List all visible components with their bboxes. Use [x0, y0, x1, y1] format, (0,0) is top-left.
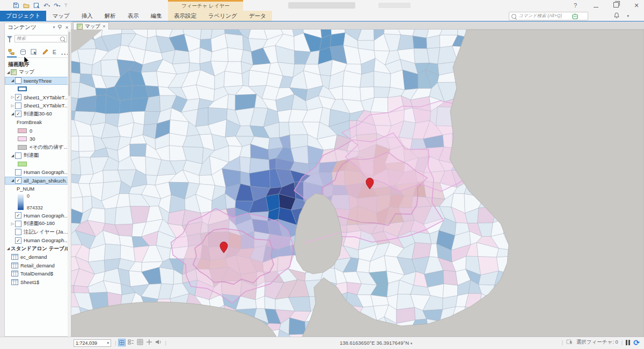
redo-icon[interactable]: ↷▾ [54, 2, 60, 9]
snapping-toggle-icon[interactable] [119, 339, 125, 346]
layer-row-到達圏30-60[interactable]: ◢✓到達圏30-60 [5, 110, 71, 119]
view-tab-strip: マップ × [71, 21, 644, 30]
ribbon-collapse-chevron-icon[interactable]: ▾ [627, 14, 629, 18]
symbol-swatch-row[interactable] [5, 160, 71, 169]
ribbon-tab-表示[interactable]: 表示 [122, 11, 145, 21]
ribbon-tab-編集[interactable]: 編集 [145, 11, 168, 21]
table-row-ec_demand[interactable]: ec_demand [5, 253, 71, 261]
table-row-Sheet1$[interactable]: Sheet1$ [5, 278, 71, 287]
layer-label: Human Geography Label [24, 169, 71, 175]
symbol-swatch[interactable] [18, 86, 27, 91]
layer-visibility-checkbox[interactable]: ✓ [15, 237, 21, 244]
raster-grid-icon[interactable] [137, 339, 143, 346]
map-canvas[interactable] [71, 30, 644, 337]
qat-customize-icon[interactable]: ⊤ [64, 3, 68, 8]
layer-visibility-checkbox[interactable]: ✓ [15, 212, 21, 219]
expander-icon[interactable]: ▷ [10, 222, 15, 226]
symbol-swatch[interactable] [18, 128, 27, 133]
assistant-icon[interactable] [572, 12, 578, 22]
symbol-swatch-row[interactable] [5, 85, 71, 93]
legend-row-30[interactable]: 30 [5, 135, 71, 143]
section-row-スタンドアロン テーブル[interactable]: ◢スタンドアロン テーブル [5, 245, 71, 253]
layer-visibility-checkbox[interactable] [15, 152, 21, 159]
layer-search-input[interactable]: 検索 [14, 35, 67, 42]
layer-visibility-checkbox[interactable]: ✓ [15, 177, 21, 184]
list-by-data-source-icon[interactable] [20, 49, 26, 55]
restore-button[interactable] [613, 2, 619, 9]
title-extra-blurred [378, 3, 411, 8]
crosshair-icon[interactable] [146, 339, 152, 346]
legend-row-0[interactable]: 0 [5, 127, 71, 135]
expander-icon[interactable]: ◢ [10, 154, 15, 158]
contextual-tab-データ[interactable]: データ [243, 11, 272, 21]
list-by-selection-icon[interactable] [31, 49, 38, 55]
close-view-icon[interactable]: × [103, 24, 105, 29]
map-view-tab[interactable]: マップ × [73, 22, 109, 30]
table-row-TotalDemand$[interactable]: TotalDemand$ [5, 270, 71, 278]
expander-icon[interactable]: ◢ [6, 70, 11, 75]
legend-field-FromBreak[interactable]: FromBreak [5, 118, 71, 127]
layer-row-マップ[interactable]: ◢マップ [5, 68, 71, 77]
pane-menu-chevron-icon[interactable]: ▾ [53, 25, 55, 30]
ribbon-tab-挿入[interactable]: 挿入 [76, 11, 99, 21]
list-by-editing-icon[interactable] [42, 49, 48, 55]
color-ramp[interactable]: 0874332 [5, 193, 71, 212]
layer-row-twentyThree[interactable]: ◢twentyThree [5, 77, 71, 85]
layer-row-all_Japan_shikuchoson[interactable]: ◢✓all_Japan_shikuchoson [5, 177, 71, 185]
notifications-bell-icon[interactable] [614, 12, 619, 19]
layer-row-到達圏[interactable]: ◢到達圏 [5, 151, 71, 160]
expander-icon[interactable]: ◢ [6, 246, 11, 251]
symbol-swatch[interactable] [18, 136, 27, 141]
layer-row-Human Geography Detail[interactable]: ✓Human Geography Detail [5, 212, 71, 220]
pause-drawing-icon[interactable] [626, 340, 630, 345]
new-project-icon[interactable] [33, 2, 40, 9]
layer-row-Sheet1_XYTableToPoint[interactable]: ▷Sheet1_XYTableToPoint [5, 101, 71, 110]
layer-visibility-checkbox[interactable]: ✓ [15, 111, 21, 117]
expander-icon[interactable]: ▷ [10, 104, 15, 108]
legend-field-P_NUM[interactable]: P_NUM [5, 185, 71, 193]
layer-row-注記レイヤー (Japanese)[interactable]: 注記レイヤー (Japanese) [5, 228, 71, 237]
save-project-icon[interactable] [13, 2, 19, 9]
layer-visibility-checkbox[interactable] [15, 221, 21, 227]
legend-row-<その他の値すべて>[interactable]: <その他の値すべて> [5, 143, 71, 152]
refresh-map-icon[interactable]: ⟳ [633, 340, 640, 345]
close-button[interactable]: ✕ [633, 2, 640, 9]
minimize-button[interactable] [592, 2, 599, 9]
layer-row-Human Geography Label[interactable]: Human Geography Label [5, 168, 71, 177]
map-scale-combo[interactable]: 1:724,039 ▾ [74, 339, 111, 347]
table-icon [11, 254, 18, 260]
list-by-drawing-order-icon[interactable] [8, 49, 16, 55]
expander-icon[interactable]: ◢ [10, 112, 15, 116]
expander-icon[interactable]: ◢ [10, 178, 15, 183]
contents-scrollbar[interactable] [68, 30, 71, 337]
expander-icon[interactable]: ▷ [10, 95, 15, 99]
layer-visibility-checkbox[interactable] [15, 229, 21, 235]
symbol-swatch[interactable] [18, 145, 27, 150]
help-button[interactable]: ? [572, 2, 579, 9]
ribbon-tab-解析[interactable]: 解析 [99, 11, 122, 21]
speaker-icon[interactable] [155, 339, 162, 346]
grid-edit-icon[interactable] [128, 339, 134, 346]
list-by-labeling-icon[interactable]: E [53, 49, 56, 55]
ribbon-tab-マップ[interactable]: マップ [46, 11, 75, 21]
ribbon-tab-プロジェクト[interactable]: プロジェクト [0, 11, 46, 21]
undo-icon[interactable]: ↶▾ [43, 2, 50, 9]
layer-row-Sheet1_XYTableToPoint1[interactable]: ▷✓Sheet1_XYTableToPoint1 [5, 93, 71, 102]
filter-icon[interactable] [7, 36, 12, 39]
table-row-Retail_demand[interactable]: Retail_demand [5, 261, 71, 270]
layer-visibility-checkbox[interactable] [15, 77, 21, 84]
layer-row-到達圏60-180[interactable]: ▷到達圏60-180 [5, 220, 71, 228]
selected-features-count[interactable]: 選択フィーチャ: 0 [576, 339, 618, 346]
layer-visibility-checkbox[interactable]: ✓ [15, 94, 21, 100]
expander-icon[interactable]: ◢ [10, 78, 15, 83]
open-project-icon[interactable] [23, 2, 30, 9]
layer-visibility-checkbox[interactable] [15, 169, 21, 176]
cursor-coordinates[interactable]: 138.6163650°E 36.3917649°N ▾ [340, 340, 412, 346]
layer-label: 注記レイヤー (Japanese) [24, 229, 71, 236]
layer-visibility-checkbox[interactable] [15, 103, 21, 109]
contextual-tab-表示設定[interactable]: 表示設定 [168, 11, 202, 21]
symbol-swatch[interactable] [18, 162, 27, 166]
contextual-tab-ラベリング[interactable]: ラベリング [202, 11, 243, 21]
layer-row-Human Geography Base[interactable]: ✓Human Geography Base [5, 236, 71, 245]
pane-pin-icon[interactable] [58, 25, 62, 31]
